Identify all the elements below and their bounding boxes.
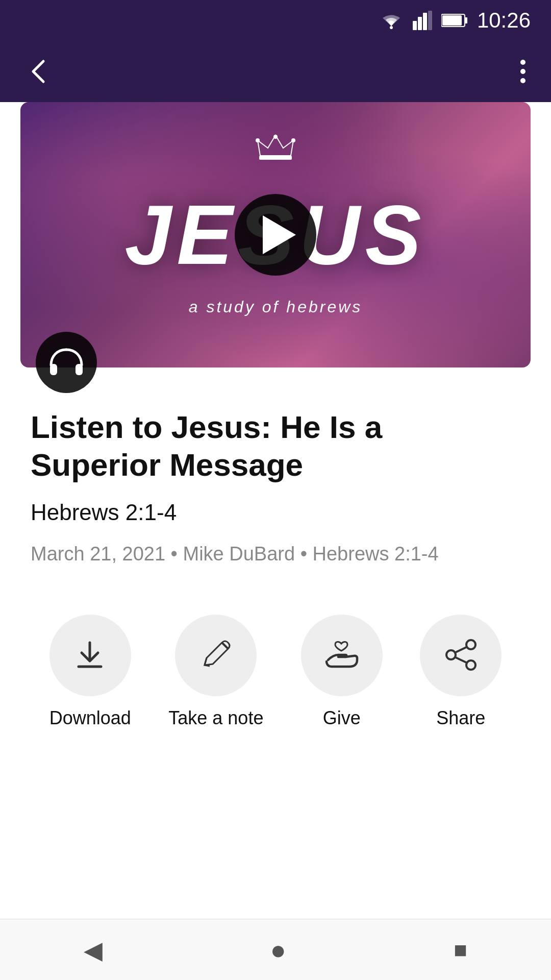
bottom-nav: ◀ ● ■ xyxy=(0,919,551,980)
svg-rect-6 xyxy=(442,15,462,26)
thumbnail-subtitle: a study of hebrews xyxy=(189,298,363,316)
share-label: Share xyxy=(436,707,485,729)
nav-bar xyxy=(0,41,551,102)
svg-rect-7 xyxy=(465,17,467,23)
svg-point-17 xyxy=(466,640,475,649)
svg-point-10 xyxy=(256,138,260,142)
download-action[interactable]: Download xyxy=(49,615,131,729)
give-label: Give xyxy=(323,707,361,729)
give-icon xyxy=(324,639,360,672)
download-circle xyxy=(49,615,131,696)
thumbnail-bg: JESUS a study of hebrews xyxy=(20,102,531,368)
play-triangle-icon xyxy=(263,215,296,254)
pencil-icon xyxy=(199,639,233,672)
svg-point-19 xyxy=(446,650,456,659)
more-options-button[interactable] xyxy=(515,55,531,88)
svg-line-21 xyxy=(456,657,466,663)
more-dot-1 xyxy=(520,60,525,65)
share-icon xyxy=(444,639,478,672)
back-button[interactable] xyxy=(20,54,56,89)
audio-badge[interactable] xyxy=(36,332,97,393)
svg-point-9 xyxy=(273,135,278,139)
action-row: Download Take a note Give xyxy=(31,604,520,739)
status-time: 10:26 xyxy=(477,8,531,33)
note-action[interactable]: Take a note xyxy=(168,615,263,729)
note-label: Take a note xyxy=(168,707,263,729)
note-circle xyxy=(175,615,257,696)
svg-rect-1 xyxy=(413,21,417,30)
svg-line-20 xyxy=(456,647,466,652)
more-dot-3 xyxy=(520,78,525,83)
svg-rect-8 xyxy=(259,156,292,160)
headphones-icon xyxy=(48,347,84,378)
give-action[interactable]: Give xyxy=(301,615,383,729)
download-label: Download xyxy=(49,707,131,729)
svg-rect-3 xyxy=(423,13,427,30)
svg-line-16 xyxy=(205,665,210,666)
svg-point-0 xyxy=(390,26,393,29)
more-dot-2 xyxy=(520,69,525,74)
play-button[interactable] xyxy=(235,194,316,276)
stop-nav-icon: ■ xyxy=(454,937,467,963)
content-area: Listen to Jesus: He Is a Superior Messag… xyxy=(0,378,551,760)
status-icons: 10:26 xyxy=(379,8,531,33)
scripture-reference: Hebrews 2:1-4 xyxy=(31,500,520,525)
svg-rect-13 xyxy=(76,364,83,375)
svg-rect-4 xyxy=(428,11,432,30)
give-circle xyxy=(301,615,383,696)
svg-rect-12 xyxy=(50,364,57,375)
sermon-title: Listen to Jesus: He Is a Superior Messag… xyxy=(31,408,520,484)
signal-icon xyxy=(413,11,432,30)
share-action[interactable]: Share xyxy=(420,615,502,729)
crown-icon xyxy=(255,133,296,161)
battery-icon xyxy=(441,13,468,28)
meta-info: March 21, 2021 • Mike DuBard • Hebrews 2… xyxy=(31,540,520,569)
svg-rect-2 xyxy=(418,17,422,30)
svg-point-11 xyxy=(291,138,295,142)
back-nav-button[interactable]: ◀ xyxy=(84,936,103,964)
thumbnail-container: JESUS a study of hebrews xyxy=(0,102,551,378)
share-circle xyxy=(420,615,502,696)
home-nav-icon: ● xyxy=(270,935,286,965)
wifi-icon xyxy=(379,11,404,30)
download-icon xyxy=(73,639,107,672)
home-nav-button[interactable]: ● xyxy=(270,935,286,965)
back-nav-icon: ◀ xyxy=(84,936,103,964)
stop-nav-button[interactable]: ■ xyxy=(454,937,467,963)
status-bar: 10:26 xyxy=(0,0,551,41)
svg-point-18 xyxy=(466,660,475,670)
